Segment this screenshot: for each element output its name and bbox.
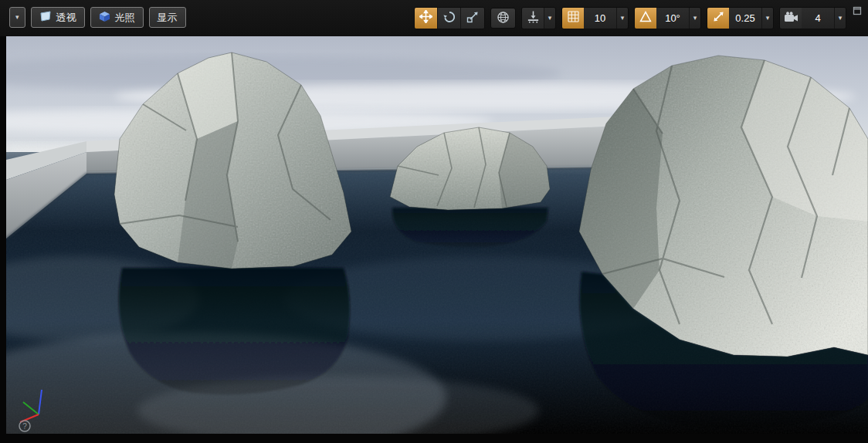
camera-speed-value[interactable]: 4 [802,8,834,29]
grid-snap-icon [568,11,579,25]
globe-icon [497,11,510,26]
rotation-snap-group: 10° ▾ [634,7,701,29]
move-tool-button[interactable] [415,8,438,29]
surface-snap-dropdown[interactable]: ▾ [544,8,555,29]
editor-viewport-window: ▾ 透视 光照 显示 [0,0,868,443]
perspective-label: 透视 [56,11,76,25]
lit-cube-icon [99,11,110,25]
rotate-icon [443,11,456,26]
surface-snap-group: ▾ [521,7,556,29]
view-mode-lit-button[interactable]: 光照 [90,7,144,28]
camera-speed-button[interactable] [780,8,802,29]
scale-snap-icon [713,11,724,25]
show-button[interactable]: 显示 [149,7,186,28]
rotation-snap-value[interactable]: 10° [656,8,689,29]
rotation-snap-dropdown[interactable]: ▾ [689,8,700,29]
svg-text:?: ? [22,422,27,431]
viewport-3d[interactable]: ? [6,36,868,434]
grid-snap-toggle[interactable] [562,8,584,29]
grid-snap-value[interactable]: 10 [584,8,616,29]
scene-render: ? [6,36,868,434]
grid-snap-group: 10 ▾ [561,7,629,29]
caret-down-icon: ▾ [766,15,770,22]
caret-down-icon: ▾ [621,15,625,22]
transform-tool-group [414,7,485,29]
show-label: 显示 [158,11,178,25]
surface-snap-button[interactable] [522,8,544,29]
scale-snap-dropdown[interactable]: ▾ [761,8,773,29]
caret-down-icon: ▾ [15,14,19,21]
surface-snap-icon [527,10,540,26]
camera-speed-dropdown[interactable]: ▾ [834,8,846,29]
scale-snap-value[interactable]: 0.25 [729,8,761,29]
scale-snap-group: 0.25 ▾ [707,7,774,29]
perspective-icon [39,11,52,24]
viewport-toolbar: ▾ 透视 光照 显示 [0,0,868,36]
grid-snap-dropdown[interactable]: ▾ [616,8,628,29]
scale-snap-toggle[interactable] [707,8,729,29]
caret-down-icon: ▾ [839,15,843,22]
perspective-button[interactable]: 透视 [31,7,85,28]
caret-down-icon: ▾ [693,15,697,22]
camera-icon [784,12,798,25]
viewport-options-button[interactable]: ▾ [9,7,25,28]
camera-speed-group: 4 ▾ [779,7,846,29]
coordinate-space-button[interactable] [490,8,516,29]
toolbar-right-group: ▾ 10 ▾ [414,7,846,29]
scale-tool-button[interactable] [461,8,484,29]
rotation-snap-icon [639,11,652,25]
maximize-viewport-button[interactable] [850,5,864,19]
rotate-tool-button[interactable] [438,8,461,29]
move-icon [419,10,432,26]
toolbar-left-group: ▾ 透视 光照 显示 [9,7,186,28]
lit-label: 光照 [115,11,135,25]
rotation-snap-toggle[interactable] [635,8,656,29]
caret-down-icon: ▾ [548,15,552,22]
scale-icon [466,11,479,26]
maximize-icon [852,5,863,19]
